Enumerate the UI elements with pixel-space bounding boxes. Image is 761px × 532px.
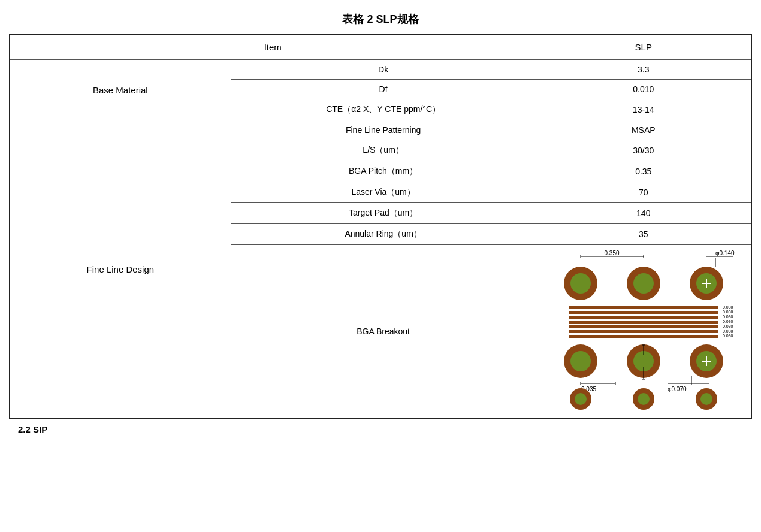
trace-label-1: 0.030 [723, 305, 733, 309]
pitch-label: 0.350 [604, 250, 619, 256]
value-annular-ring: 35 [536, 224, 751, 245]
pad-bot-left-inner [570, 351, 591, 371]
trace-label-7: 0.030 [723, 334, 733, 338]
sub-item-laser-via: Laser Via（um） [231, 182, 536, 203]
table-row: Base Material Dk 3.3 [10, 60, 751, 80]
sub-item-bga-breakout: BGA Breakout [231, 245, 536, 419]
sub-item-target-pad: Target Pad（um） [231, 203, 536, 224]
trace-label-4: 0.030 [723, 319, 733, 324]
page-wrapper: 表格 2 SLP规格 Item SLP Base Material Dk 3.3… [0, 0, 761, 532]
group-fine-line-design: Fine Line Design [10, 120, 231, 419]
via-label: φ0.070 [668, 386, 687, 392]
table-header-row: Item SLP [10, 34, 751, 60]
trace-label-3: 0.030 [723, 315, 733, 319]
value-laser-via: 70 [536, 182, 751, 203]
sub-item-df: Df [231, 80, 536, 99]
header-item: Item [10, 34, 536, 60]
value-target-pad: 140 [536, 203, 751, 224]
pad-top-mid-inner [633, 273, 654, 294]
value-dk: 3.3 [536, 60, 751, 80]
trace-7 [569, 335, 718, 338]
trace-1 [569, 306, 718, 309]
pad-top-left-inner [570, 273, 591, 294]
sub-item-bga-pitch: BGA Pitch（mm） [231, 161, 536, 182]
slp-table: Item SLP Base Material Dk 3.3 Df 0.010 C… [9, 34, 752, 419]
bga-diagram-svg: 0.350 φ0.140 [548, 250, 739, 412]
pad-label: φ0.140 [715, 250, 735, 256]
sub-item-dk: Dk [231, 60, 536, 80]
sub-item-annular-ring: Annular Ring（um） [231, 224, 536, 245]
pad-bot2-mid-inner [638, 393, 650, 405]
value-fine-line-patterning: MSAP [536, 120, 751, 140]
sub-item-cte: CTE（α2 X、Y CTE ppm/°C） [231, 99, 536, 120]
value-ls: 30/30 [536, 140, 751, 161]
value-bga-pitch: 0.35 [536, 161, 751, 182]
bga-breakout-diagram: 0.350 φ0.140 [536, 245, 751, 419]
header-slp: SLP [536, 34, 751, 60]
trace-label-6: 0.030 [723, 329, 733, 333]
trace-2 [569, 311, 718, 314]
table-title: 表格 2 SLP规格 [6, 12, 755, 26]
trace-label-5: 0.030 [723, 324, 733, 328]
value-cte: 13-14 [536, 99, 751, 120]
trace-3 [569, 316, 718, 319]
sub-item-ls: L/S（um） [231, 140, 536, 161]
footer-note: 2.2 SIP [6, 424, 755, 434]
pad-bot2-left-inner [575, 393, 587, 405]
sub-item-fine-line-patterning: Fine Line Patterning [231, 120, 536, 140]
trace-6 [569, 330, 718, 333]
group-base-material: Base Material [10, 60, 231, 120]
table-row: Fine Line Design Fine Line Patterning MS… [10, 120, 751, 140]
trace-label-2: 0.030 [723, 310, 733, 314]
trace-4 [569, 321, 718, 324]
value-df: 0.010 [536, 80, 751, 99]
pad-bot2-right-inner [700, 393, 712, 405]
trace-5 [569, 325, 718, 328]
